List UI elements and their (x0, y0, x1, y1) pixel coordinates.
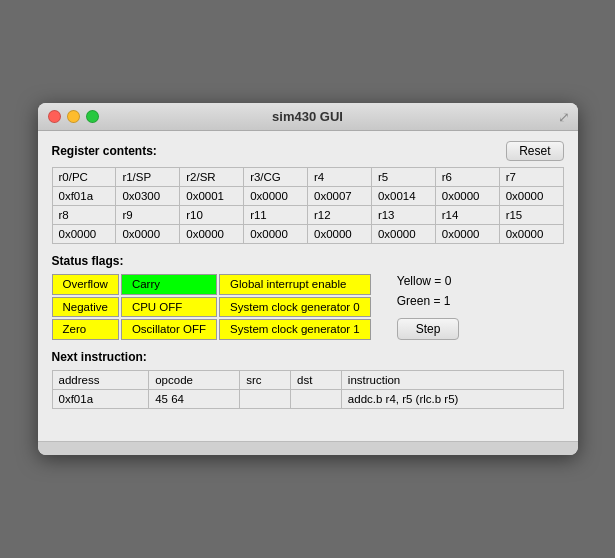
reg-val-r8: 0x0000 (52, 225, 116, 244)
instruction-table: address opcode src dst instruction 0xf01… (52, 370, 564, 409)
reg-header-r8: r8 (52, 206, 116, 225)
table-row: 0xf01a 45 64 addc.b r4, r5 (rlc.b r5) (52, 390, 563, 409)
table-row: 0xf01a 0x0300 0x0001 0x0000 0x0007 0x001… (52, 187, 563, 206)
scrollbar[interactable] (38, 441, 578, 455)
reg-header-r3cg: r3/CG (244, 168, 308, 187)
reg-header-r11: r11 (244, 206, 308, 225)
reg-header-r5: r5 (371, 168, 435, 187)
instr-val-src (240, 390, 291, 409)
reg-header-r0pc: r0/PC (52, 168, 116, 187)
main-window: sim430 GUI ⤢ Register contents: Reset r0… (38, 103, 578, 455)
reg-val-r6: 0x0000 (435, 187, 499, 206)
flags-area: Overflow Carry Global interrupt enable N… (52, 274, 564, 340)
close-button[interactable] (48, 110, 61, 123)
instr-header-src: src (240, 371, 291, 390)
reset-button[interactable]: Reset (506, 141, 563, 161)
reg-header-r10: r10 (180, 206, 244, 225)
status-flags-label: Status flags: (52, 254, 564, 268)
reg-val-r5: 0x0014 (371, 187, 435, 206)
register-section-header: Register contents: Reset (52, 141, 564, 161)
maximize-button[interactable] (86, 110, 99, 123)
instr-header-opcode: opcode (149, 371, 240, 390)
registers-table: r0/PC r1/SP r2/SR r3/CG r4 r5 r6 r7 0xf0… (52, 167, 564, 244)
flags-grid: Overflow Carry Global interrupt enable N… (52, 274, 371, 340)
table-row: r0/PC r1/SP r2/SR r3/CG r4 r5 r6 r7 (52, 168, 563, 187)
content-area: Register contents: Reset r0/PC r1/SP r2/… (38, 131, 578, 433)
flag-oscillator-off: Oscillator OFF (121, 319, 217, 340)
legend-yellow: Yellow = 0 (397, 274, 460, 288)
reg-val-r13: 0x0000 (371, 225, 435, 244)
instr-header-dst: dst (291, 371, 342, 390)
reg-header-r7: r7 (499, 168, 563, 187)
reg-val-r9: 0x0000 (116, 225, 180, 244)
reg-val-r4: 0x0007 (308, 187, 372, 206)
traffic-lights (48, 110, 99, 123)
flag-zero: Zero (52, 319, 119, 340)
reg-val-r1: 0x0300 (116, 187, 180, 206)
reg-val-r15: 0x0000 (499, 225, 563, 244)
legend-green: Green = 1 (397, 294, 460, 308)
flag-negative: Negative (52, 297, 119, 318)
flag-cpu-off: CPU OFF (121, 297, 217, 318)
flag-sys-clock-1: System clock generator 1 (219, 319, 371, 340)
table-row: 0x0000 0x0000 0x0000 0x0000 0x0000 0x000… (52, 225, 563, 244)
table-row: address opcode src dst instruction (52, 371, 563, 390)
reg-val-r12: 0x0000 (308, 225, 372, 244)
reg-header-r4: r4 (308, 168, 372, 187)
reg-header-r15: r15 (499, 206, 563, 225)
minimize-button[interactable] (67, 110, 80, 123)
reg-val-r2: 0x0001 (180, 187, 244, 206)
instr-header-address: address (52, 371, 149, 390)
reg-header-r14: r14 (435, 206, 499, 225)
flags-legend: Yellow = 0 Green = 1 Step (397, 274, 460, 340)
flag-overflow: Overflow (52, 274, 119, 295)
titlebar: sim430 GUI ⤢ (38, 103, 578, 131)
table-row: r8 r9 r10 r11 r12 r13 r14 r15 (52, 206, 563, 225)
reg-header-r1sp: r1/SP (116, 168, 180, 187)
next-instruction-label: Next instruction: (52, 350, 564, 364)
window-title: sim430 GUI (272, 109, 343, 124)
reg-header-r13: r13 (371, 206, 435, 225)
flag-global-interrupt: Global interrupt enable (219, 274, 371, 295)
reg-val-r11: 0x0000 (244, 225, 308, 244)
reg-header-r9: r9 (116, 206, 180, 225)
reg-header-r6: r6 (435, 168, 499, 187)
reg-val-r3: 0x0000 (244, 187, 308, 206)
reg-val-r0: 0xf01a (52, 187, 116, 206)
flag-carry: Carry (121, 274, 217, 295)
instr-val-opcode: 45 64 (149, 390, 240, 409)
instr-val-dst (291, 390, 342, 409)
flag-sys-clock-0: System clock generator 0 (219, 297, 371, 318)
reg-header-r12: r12 (308, 206, 372, 225)
zoom-icon[interactable]: ⤢ (558, 109, 570, 125)
reg-val-r10: 0x0000 (180, 225, 244, 244)
register-contents-label: Register contents: (52, 144, 157, 158)
step-button[interactable]: Step (397, 318, 460, 340)
reg-header-r2sr: r2/SR (180, 168, 244, 187)
instr-header-instruction: instruction (341, 371, 563, 390)
reg-val-r7: 0x0000 (499, 187, 563, 206)
reg-val-r14: 0x0000 (435, 225, 499, 244)
instr-val-address: 0xf01a (52, 390, 149, 409)
instr-val-instruction: addc.b r4, r5 (rlc.b r5) (341, 390, 563, 409)
